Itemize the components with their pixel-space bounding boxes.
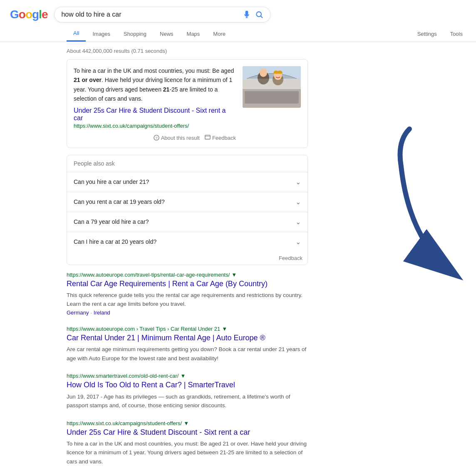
arrow-annotation (384, 116, 468, 283)
paa-feedback[interactable]: Feedback (67, 252, 307, 265)
breadcrumb-sep: · (90, 310, 92, 316)
feedback-label: Feedback (212, 135, 236, 141)
breadcrumb-germany[interactable]: Germany (67, 310, 89, 316)
nav-item-news[interactable]: News (153, 27, 180, 41)
result-dropdown-arrow-2[interactable]: ▼ (180, 373, 186, 379)
paa-question-3: Can I hire a car at 20 years old? (74, 238, 156, 245)
question-circle-icon: ? (154, 135, 159, 141)
svg-point-11 (260, 69, 267, 77)
car-image-svg (243, 66, 301, 108)
search-icons (243, 10, 263, 19)
svg-rect-16 (243, 79, 301, 89)
snippet-content: To hire a car in the UK and most countri… (74, 66, 236, 141)
result-title-1[interactable]: Car Rental Under 21 | Minimum Rental Age… (67, 333, 308, 343)
svg-line-3 (261, 16, 263, 18)
breadcrumb-ireland[interactable]: Ireland (94, 310, 110, 316)
result-desc-0: This quick reference guide tells you the… (67, 291, 308, 309)
search-result-2: https://www.smartertravel.com/old-old-re… (67, 373, 308, 410)
snippet-footer: ? About this result Feedback (74, 132, 236, 141)
nav-item-more[interactable]: More (206, 27, 232, 41)
result-title-2[interactable]: How Old Is Too Old to Rent a Car? | Smar… (67, 380, 308, 390)
result-breadcrumb-0: Germany · Ireland (67, 310, 308, 316)
paa-question-0: Can you hire a car under 21? (74, 178, 149, 185)
paa-item-1[interactable]: Can you rent a car at 19 years old? ⌄ (67, 192, 307, 212)
snippet-title-link[interactable]: Under 25s Car Hire & Student Discount - … (74, 107, 226, 121)
search-input[interactable] (61, 11, 239, 18)
search-icon[interactable] (255, 10, 263, 19)
snippet-car-image (243, 66, 301, 108)
nav-bar: All Images Shopping News Maps More Setti… (0, 22, 476, 42)
main-content: About 442,000,000 results (0.71 seconds)… (0, 42, 308, 466)
paa-chevron-2: ⌄ (295, 218, 301, 226)
result-url-1: https://www.autoeurope.com › Travel Tips… (67, 326, 308, 332)
paa-chevron-1: ⌄ (295, 198, 301, 206)
nav-item-tools[interactable]: Tools (444, 27, 469, 41)
result-url-3: https://www.sixt.co.uk/campaigns/student… (67, 420, 308, 426)
about-result-button[interactable]: ? About this result (154, 135, 200, 141)
result-desc-3: To hire a car in the UK and most countri… (67, 439, 308, 466)
paa-item-3[interactable]: Can I hire a car at 20 years old? ⌄ (67, 232, 307, 252)
paa-chevron-0: ⌄ (295, 178, 301, 186)
result-desc-1: Are car rental age minimum requirements … (67, 345, 308, 363)
paa-question-1: Can you rent a car at 19 years old? (74, 198, 165, 205)
search-bar[interactable] (54, 7, 270, 22)
snippet-text: To hire a car in the UK and most countri… (74, 66, 236, 104)
snippet-url: https://www.sixt.co.uk/campaigns/student… (74, 123, 236, 129)
svg-text:?: ? (155, 136, 157, 140)
search-result-3: https://www.sixt.co.uk/campaigns/student… (67, 420, 308, 466)
paa-question-2: Can a 79 year old hire a car? (74, 218, 149, 225)
search-result-0: https://www.autoeurope.com/travel-tips/r… (67, 272, 308, 316)
result-url-0: https://www.autoeurope.com/travel-tips/r… (67, 272, 308, 278)
svg-rect-6 (205, 135, 210, 139)
people-also-ask-box: People also ask Can you hire a car under… (67, 155, 308, 265)
result-desc-2: Jun 19, 2017 - Age has its privileges — … (67, 392, 308, 410)
about-result-label: About this result (161, 135, 200, 141)
nav-item-shopping[interactable]: Shopping (117, 27, 153, 41)
nav-item-all[interactable]: All (67, 26, 86, 42)
result-dropdown-arrow-0[interactable]: ▼ (231, 272, 237, 278)
result-url-2: https://www.smartertravel.com/old-old-re… (67, 373, 308, 379)
microphone-icon[interactable] (243, 10, 251, 19)
snippet-link: Under 25s Car Hire & Student Discount - … (74, 107, 236, 129)
paa-chevron-3: ⌄ (295, 238, 301, 246)
result-title-3[interactable]: Under 25s Car Hire & Student Discount - … (67, 427, 308, 438)
results-count: About 442,000,000 results (0.71 seconds) (67, 45, 308, 59)
arrow-svg (384, 116, 468, 291)
result-dropdown-arrow-3[interactable]: ▼ (183, 420, 189, 426)
paa-title: People also ask (67, 155, 307, 172)
paa-item-2[interactable]: Can a 79 year old hire a car? ⌄ (67, 212, 307, 232)
header: Google (0, 0, 476, 22)
nav-right: Settings Tools (411, 27, 476, 41)
paa-item-0[interactable]: Can you hire a car under 21? ⌄ (67, 172, 307, 192)
nav-item-images[interactable]: Images (86, 27, 117, 41)
nav-item-maps[interactable]: Maps (180, 27, 207, 41)
feedback-icon (205, 135, 211, 141)
feedback-button[interactable]: Feedback (205, 135, 236, 141)
nav-item-settings[interactable]: Settings (411, 27, 444, 41)
featured-snippet: To hire a car in the UK and most countri… (67, 59, 308, 148)
google-logo: Google (10, 8, 47, 21)
svg-rect-15 (245, 91, 299, 104)
result-title-0[interactable]: Rental Car Age Requirements | Rent a Car… (67, 279, 308, 289)
result-dropdown-arrow-1[interactable]: ▼ (222, 326, 227, 332)
search-result-1: https://www.autoeurope.com › Travel Tips… (67, 326, 308, 363)
